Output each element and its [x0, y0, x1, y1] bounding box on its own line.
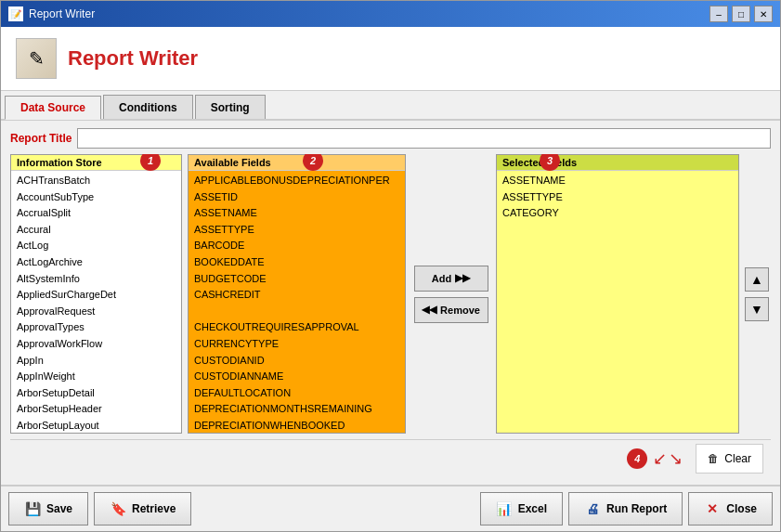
list-item[interactable]: ASSETTYPE [497, 189, 738, 206]
selected-fields-header: Selected Fields [497, 155, 738, 171]
list-item[interactable]: DEPRECIATIONWHENBOOKED [189, 418, 405, 433]
selected-fields-panel: Selected Fields ASSETNAME ASSETTYPE CATE… [496, 154, 739, 434]
report-title-label: Report Title [10, 132, 72, 145]
save-button[interactable]: 💾 Save [8, 492, 88, 526]
report-title-input[interactable] [77, 128, 771, 149]
close-icon: ✕ [704, 500, 721, 517]
run-label: Run Report [606, 502, 667, 515]
list-item[interactable]: ASSETTYPE [189, 222, 405, 239]
remove-button[interactable]: ◀◀ Remove [414, 297, 488, 323]
list-item[interactable]: APPLICABLEBONUSDEPRECIATIONPER [189, 173, 405, 189]
list-item[interactable]: DEPRECIATIONMONTHSREMAINING [189, 401, 405, 418]
report-title-row: Report Title [10, 128, 771, 149]
bottom-right: 4 ↙ ↘ 🗑 Clear [627, 444, 763, 474]
down-arrow-icon: ▼ [750, 302, 763, 317]
list-item[interactable]: CATEGORY [497, 205, 738, 222]
list-item[interactable]: ArborSetupHeader [11, 401, 181, 418]
list-item[interactable]: ASSETNAME [497, 173, 738, 189]
list-item[interactable]: BOOKEDDATE [189, 254, 405, 271]
retrieve-button[interactable]: 🔖 Retrieve [94, 492, 191, 526]
panels-container: 1 2 3 Information Store ACHTransBatch Ac… [10, 154, 771, 434]
clear-icon: 🗑 [708, 452, 719, 465]
save-icon: 💾 [24, 500, 41, 517]
logo-icon: ✎ [29, 47, 45, 70]
list-item[interactable]: AccountSubType [11, 189, 181, 206]
remove-label: Remove [440, 305, 480, 316]
list-item [189, 304, 405, 320]
excel-icon: 📊 [496, 500, 513, 517]
list-item[interactable]: ApprovalTypes [11, 319, 181, 336]
selected-fields-list[interactable]: ASSETNAME ASSETTYPE CATEGORY [497, 171, 738, 433]
run-icon: 🖨 [584, 500, 601, 517]
list-item[interactable]: BARCODE [189, 238, 405, 254]
list-item[interactable]: CURRENCYTYPE [189, 336, 405, 353]
list-item[interactable]: CUSTODIANID [189, 353, 405, 370]
list-item[interactable]: AppInWeight [11, 369, 181, 385]
list-item[interactable]: ASSETNAME [189, 205, 405, 222]
list-item[interactable]: ApprovalWorkFlow [11, 336, 181, 353]
info-store-panel: Information Store ACHTransBatch AccountS… [10, 154, 182, 434]
close-label: Close [726, 502, 757, 515]
arrow-right-indicator: ↘ [669, 448, 683, 469]
list-item[interactable]: CUSTODIANNAME [189, 369, 405, 385]
bottom-action-bar: 4 ↙ ↘ 🗑 Clear [10, 439, 771, 477]
list-item[interactable]: ApprovalRequest [11, 304, 181, 320]
clear-button[interactable]: 🗑 Clear [696, 444, 763, 474]
tabs-row: Data Source Conditions Sorting [1, 91, 780, 119]
available-fields-list-container: APPLICABLEBONUSDEPRECIATIONPER ASSETID A… [189, 171, 405, 433]
move-down-button[interactable]: ▼ [745, 297, 769, 321]
list-item[interactable]: ActLogArchive [11, 254, 181, 271]
available-fields-panel: Available Fields APPLICABLEBONUSDEPRECIA… [188, 154, 406, 434]
add-button[interactable]: Add ▶▶ [414, 266, 488, 292]
available-fields-list[interactable]: APPLICABLEBONUSDEPRECIATIONPER ASSETID A… [189, 171, 405, 433]
list-item[interactable]: BUDGETCODE [189, 271, 405, 288]
retrieve-icon: 🔖 [110, 500, 126, 517]
list-item[interactable]: CASHCREDIT [189, 287, 405, 304]
tab-conditions[interactable]: Conditions [103, 95, 193, 119]
middle-controls: Add ▶▶ ◀◀ Remove [411, 154, 490, 434]
app-icon: 📝 [8, 6, 23, 21]
list-item[interactable]: AppliedSurChargeDet [11, 287, 181, 304]
retrieve-label: Retrieve [132, 502, 176, 515]
list-item[interactable]: AccrualSplit [11, 205, 181, 222]
right-buttons: ▲ ▼ [745, 154, 771, 434]
list-item[interactable]: ACHTransBatch [11, 173, 181, 189]
list-item[interactable]: AppIn [11, 353, 181, 370]
list-item[interactable]: DEFAULTLOCATION [189, 385, 405, 402]
move-up-button[interactable]: ▲ [745, 267, 769, 292]
up-arrow-icon: ▲ [750, 272, 763, 287]
close-button[interactable]: ✕ Close [688, 492, 773, 526]
main-window: 📝 Report Writer – □ ✕ ✎ Report Writer Da… [0, 0, 781, 532]
tab-sorting[interactable]: Sorting [195, 95, 266, 119]
clear-label: Clear [724, 452, 751, 465]
excel-label: Excel [518, 502, 547, 515]
list-item[interactable]: Accural [11, 222, 181, 239]
tab-data-source[interactable]: Data Source [5, 96, 101, 120]
selected-fields-list-container: ASSETNAME ASSETTYPE CATEGORY [497, 171, 738, 433]
title-bar: 📝 Report Writer – □ ✕ [1, 1, 780, 27]
footer-right: 📊 Excel 🖨 Run Report ✕ Close [480, 492, 773, 526]
list-item[interactable]: CHECKOUTREQUIRESAPPROVAL [189, 319, 405, 336]
remove-arrows-icon: ◀◀ [422, 304, 436, 316]
add-arrows-icon: ▶▶ [455, 272, 470, 284]
list-item[interactable]: ArborSetupDetail [11, 385, 181, 402]
close-window-button[interactable]: ✕ [754, 6, 773, 22]
title-bar-controls: – □ ✕ [709, 6, 773, 22]
header-title: Report Writer [68, 46, 198, 71]
list-item[interactable]: ArborSetupLayout [11, 418, 181, 433]
content-area: Report Title 1 2 3 Information Store [1, 121, 780, 485]
list-item[interactable]: ActLog [11, 238, 181, 254]
list-item[interactable]: AltSystemInfo [11, 271, 181, 288]
available-fields-header: Available Fields [189, 155, 405, 171]
header-logo: ✎ [16, 38, 57, 79]
clear-container: 4 ↙ ↘ [627, 448, 688, 469]
run-report-button[interactable]: 🖨 Run Report [568, 492, 683, 526]
excel-button[interactable]: 📊 Excel [480, 492, 563, 526]
minimize-button[interactable]: – [709, 6, 728, 22]
list-item[interactable]: ASSETID [189, 189, 405, 206]
arrow-left-indicator: ↙ [653, 448, 667, 469]
info-store-list-container: ACHTransBatch AccountSubType AccrualSpli… [11, 171, 181, 433]
maximize-button[interactable]: □ [732, 6, 750, 22]
info-store-list[interactable]: ACHTransBatch AccountSubType AccrualSpli… [11, 171, 181, 433]
save-label: Save [46, 502, 72, 515]
